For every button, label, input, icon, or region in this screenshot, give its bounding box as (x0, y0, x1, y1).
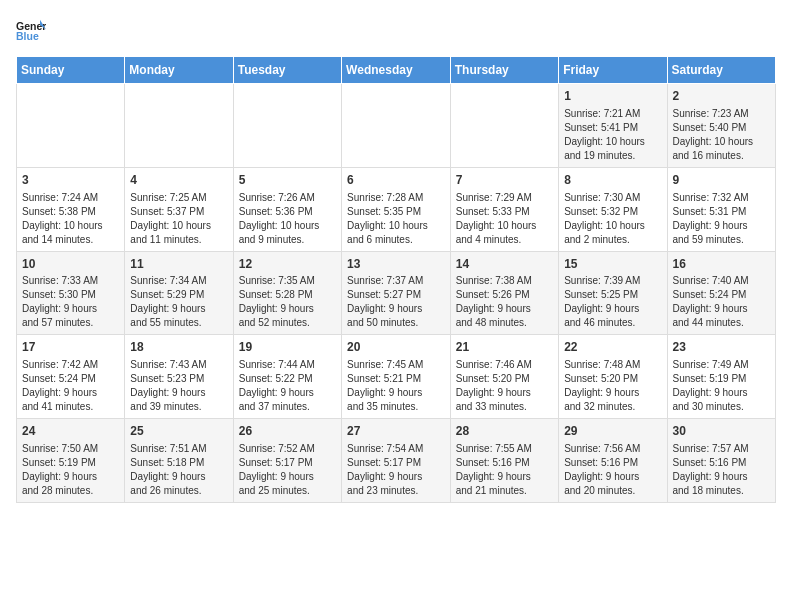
day-info: Sunrise: 7:54 AM Sunset: 5:17 PM Dayligh… (347, 442, 445, 498)
day-number: 18 (130, 339, 227, 356)
day-number: 12 (239, 256, 336, 273)
day-info: Sunrise: 7:32 AM Sunset: 5:31 PM Dayligh… (673, 191, 771, 247)
day-number: 23 (673, 339, 771, 356)
day-info: Sunrise: 7:46 AM Sunset: 5:20 PM Dayligh… (456, 358, 553, 414)
calendar-cell: 27Sunrise: 7:54 AM Sunset: 5:17 PM Dayli… (342, 419, 451, 503)
day-info: Sunrise: 7:55 AM Sunset: 5:16 PM Dayligh… (456, 442, 553, 498)
day-number: 7 (456, 172, 553, 189)
calendar-cell: 19Sunrise: 7:44 AM Sunset: 5:22 PM Dayli… (233, 335, 341, 419)
calendar-day-header: Sunday (17, 57, 125, 84)
calendar-cell: 30Sunrise: 7:57 AM Sunset: 5:16 PM Dayli… (667, 419, 776, 503)
calendar-day-header: Friday (559, 57, 667, 84)
calendar-cell: 26Sunrise: 7:52 AM Sunset: 5:17 PM Dayli… (233, 419, 341, 503)
calendar-week-row: 10Sunrise: 7:33 AM Sunset: 5:30 PM Dayli… (17, 251, 776, 335)
calendar-cell: 28Sunrise: 7:55 AM Sunset: 5:16 PM Dayli… (450, 419, 558, 503)
calendar-table: SundayMondayTuesdayWednesdayThursdayFrid… (16, 56, 776, 503)
calendar-header-row: SundayMondayTuesdayWednesdayThursdayFrid… (17, 57, 776, 84)
day-number: 1 (564, 88, 661, 105)
day-info: Sunrise: 7:39 AM Sunset: 5:25 PM Dayligh… (564, 274, 661, 330)
calendar-body: 1Sunrise: 7:21 AM Sunset: 5:41 PM Daylig… (17, 84, 776, 503)
day-info: Sunrise: 7:30 AM Sunset: 5:32 PM Dayligh… (564, 191, 661, 247)
day-info: Sunrise: 7:40 AM Sunset: 5:24 PM Dayligh… (673, 274, 771, 330)
calendar-week-row: 3Sunrise: 7:24 AM Sunset: 5:38 PM Daylig… (17, 167, 776, 251)
logo: General Blue (16, 16, 46, 46)
day-info: Sunrise: 7:21 AM Sunset: 5:41 PM Dayligh… (564, 107, 661, 163)
day-info: Sunrise: 7:57 AM Sunset: 5:16 PM Dayligh… (673, 442, 771, 498)
calendar-cell (342, 84, 451, 168)
calendar-cell: 23Sunrise: 7:49 AM Sunset: 5:19 PM Dayli… (667, 335, 776, 419)
day-number: 28 (456, 423, 553, 440)
day-number: 3 (22, 172, 119, 189)
calendar-cell: 6Sunrise: 7:28 AM Sunset: 5:35 PM Daylig… (342, 167, 451, 251)
calendar-day-header: Thursday (450, 57, 558, 84)
calendar-cell: 18Sunrise: 7:43 AM Sunset: 5:23 PM Dayli… (125, 335, 233, 419)
day-number: 16 (673, 256, 771, 273)
day-number: 8 (564, 172, 661, 189)
day-info: Sunrise: 7:34 AM Sunset: 5:29 PM Dayligh… (130, 274, 227, 330)
day-number: 17 (22, 339, 119, 356)
day-number: 2 (673, 88, 771, 105)
day-info: Sunrise: 7:42 AM Sunset: 5:24 PM Dayligh… (22, 358, 119, 414)
day-info: Sunrise: 7:37 AM Sunset: 5:27 PM Dayligh… (347, 274, 445, 330)
calendar-day-header: Tuesday (233, 57, 341, 84)
day-info: Sunrise: 7:43 AM Sunset: 5:23 PM Dayligh… (130, 358, 227, 414)
day-number: 15 (564, 256, 661, 273)
day-info: Sunrise: 7:45 AM Sunset: 5:21 PM Dayligh… (347, 358, 445, 414)
day-number: 5 (239, 172, 336, 189)
calendar-cell: 24Sunrise: 7:50 AM Sunset: 5:19 PM Dayli… (17, 419, 125, 503)
calendar-cell: 7Sunrise: 7:29 AM Sunset: 5:33 PM Daylig… (450, 167, 558, 251)
calendar-cell: 12Sunrise: 7:35 AM Sunset: 5:28 PM Dayli… (233, 251, 341, 335)
day-info: Sunrise: 7:23 AM Sunset: 5:40 PM Dayligh… (673, 107, 771, 163)
day-number: 21 (456, 339, 553, 356)
calendar-cell: 2Sunrise: 7:23 AM Sunset: 5:40 PM Daylig… (667, 84, 776, 168)
calendar-cell: 11Sunrise: 7:34 AM Sunset: 5:29 PM Dayli… (125, 251, 233, 335)
day-info: Sunrise: 7:50 AM Sunset: 5:19 PM Dayligh… (22, 442, 119, 498)
day-number: 24 (22, 423, 119, 440)
day-number: 11 (130, 256, 227, 273)
calendar-cell: 16Sunrise: 7:40 AM Sunset: 5:24 PM Dayli… (667, 251, 776, 335)
calendar-cell: 25Sunrise: 7:51 AM Sunset: 5:18 PM Dayli… (125, 419, 233, 503)
day-number: 13 (347, 256, 445, 273)
day-number: 4 (130, 172, 227, 189)
calendar-cell: 15Sunrise: 7:39 AM Sunset: 5:25 PM Dayli… (559, 251, 667, 335)
day-info: Sunrise: 7:29 AM Sunset: 5:33 PM Dayligh… (456, 191, 553, 247)
calendar-week-row: 1Sunrise: 7:21 AM Sunset: 5:41 PM Daylig… (17, 84, 776, 168)
calendar-day-header: Wednesday (342, 57, 451, 84)
calendar-cell: 8Sunrise: 7:30 AM Sunset: 5:32 PM Daylig… (559, 167, 667, 251)
calendar-cell (125, 84, 233, 168)
day-number: 25 (130, 423, 227, 440)
calendar-week-row: 17Sunrise: 7:42 AM Sunset: 5:24 PM Dayli… (17, 335, 776, 419)
day-info: Sunrise: 7:33 AM Sunset: 5:30 PM Dayligh… (22, 274, 119, 330)
logo-icon: General Blue (16, 16, 46, 46)
day-info: Sunrise: 7:44 AM Sunset: 5:22 PM Dayligh… (239, 358, 336, 414)
day-info: Sunrise: 7:24 AM Sunset: 5:38 PM Dayligh… (22, 191, 119, 247)
calendar-cell: 9Sunrise: 7:32 AM Sunset: 5:31 PM Daylig… (667, 167, 776, 251)
day-info: Sunrise: 7:52 AM Sunset: 5:17 PM Dayligh… (239, 442, 336, 498)
calendar-cell: 21Sunrise: 7:46 AM Sunset: 5:20 PM Dayli… (450, 335, 558, 419)
calendar-cell: 22Sunrise: 7:48 AM Sunset: 5:20 PM Dayli… (559, 335, 667, 419)
day-number: 14 (456, 256, 553, 273)
day-info: Sunrise: 7:38 AM Sunset: 5:26 PM Dayligh… (456, 274, 553, 330)
day-info: Sunrise: 7:25 AM Sunset: 5:37 PM Dayligh… (130, 191, 227, 247)
calendar-cell: 5Sunrise: 7:26 AM Sunset: 5:36 PM Daylig… (233, 167, 341, 251)
day-info: Sunrise: 7:48 AM Sunset: 5:20 PM Dayligh… (564, 358, 661, 414)
calendar-cell: 14Sunrise: 7:38 AM Sunset: 5:26 PM Dayli… (450, 251, 558, 335)
day-number: 20 (347, 339, 445, 356)
day-number: 19 (239, 339, 336, 356)
calendar-day-header: Monday (125, 57, 233, 84)
day-info: Sunrise: 7:26 AM Sunset: 5:36 PM Dayligh… (239, 191, 336, 247)
calendar-header: SundayMondayTuesdayWednesdayThursdayFrid… (17, 57, 776, 84)
calendar-cell (233, 84, 341, 168)
calendar-cell: 3Sunrise: 7:24 AM Sunset: 5:38 PM Daylig… (17, 167, 125, 251)
calendar-cell (17, 84, 125, 168)
day-number: 10 (22, 256, 119, 273)
calendar-cell: 20Sunrise: 7:45 AM Sunset: 5:21 PM Dayli… (342, 335, 451, 419)
day-number: 27 (347, 423, 445, 440)
day-number: 22 (564, 339, 661, 356)
day-number: 26 (239, 423, 336, 440)
calendar-day-header: Saturday (667, 57, 776, 84)
day-info: Sunrise: 7:49 AM Sunset: 5:19 PM Dayligh… (673, 358, 771, 414)
calendar-cell: 17Sunrise: 7:42 AM Sunset: 5:24 PM Dayli… (17, 335, 125, 419)
day-info: Sunrise: 7:51 AM Sunset: 5:18 PM Dayligh… (130, 442, 227, 498)
calendar-cell: 10Sunrise: 7:33 AM Sunset: 5:30 PM Dayli… (17, 251, 125, 335)
